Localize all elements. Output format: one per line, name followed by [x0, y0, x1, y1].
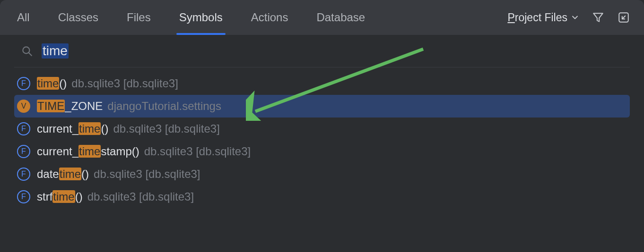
result-text: time() db.sqlite3 [db.sqlite3]: [37, 77, 178, 90]
search-header: All Classes Files Symbols Actions Databa…: [0, 0, 644, 35]
result-text: current_time() db.sqlite3 [db.sqlite3]: [37, 122, 220, 135]
list-item[interactable]: V TIME_ZONE djangoTutorial.settings: [14, 95, 630, 118]
variable-icon: V: [17, 100, 30, 113]
tabs: All Classes Files Symbols Actions Databa…: [14, 0, 368, 35]
function-icon: F: [17, 145, 30, 158]
tab-symbols[interactable]: Symbols: [176, 0, 226, 35]
scope-label: roject Files: [515, 11, 567, 24]
list-item[interactable]: F current_time() db.sqlite3 [db.sqlite3]: [14, 118, 630, 140]
tab-actions[interactable]: Actions: [248, 0, 291, 35]
list-item[interactable]: F strftime() db.sqlite3 [db.sqlite3]: [14, 185, 630, 208]
results-list: F time() db.sqlite3 [db.sqlite3] V TIME_…: [0, 72, 644, 208]
header-actions: Project Files: [507, 11, 630, 24]
svg-line-2: [29, 53, 32, 56]
function-icon: F: [17, 77, 30, 90]
scope-mnemonic: P: [507, 11, 514, 24]
result-text: current_timestamp() db.sqlite3 [db.sqlit…: [37, 145, 251, 158]
search-row: time: [0, 35, 644, 67]
chevron-down-icon: [571, 14, 579, 21]
divider: [14, 67, 630, 67]
search-input[interactable]: time: [42, 43, 69, 59]
result-text: strftime() db.sqlite3 [db.sqlite3]: [37, 190, 194, 203]
scope-dropdown[interactable]: Project Files: [507, 11, 579, 24]
list-item[interactable]: F datetime() db.sqlite3 [db.sqlite3]: [14, 163, 630, 185]
list-item[interactable]: F time() db.sqlite3 [db.sqlite3]: [14, 72, 630, 95]
open-in-tool-window-icon[interactable]: [618, 11, 630, 24]
tab-all[interactable]: All: [14, 0, 33, 35]
tab-files[interactable]: Files: [124, 0, 154, 35]
function-icon: F: [17, 122, 30, 135]
function-icon: F: [17, 190, 30, 203]
result-text: datetime() db.sqlite3 [db.sqlite3]: [37, 168, 200, 181]
list-item[interactable]: F current_timestamp() db.sqlite3 [db.sql…: [14, 140, 630, 163]
result-text: TIME_ZONE djangoTutorial.settings: [37, 100, 221, 113]
search-icon: [21, 45, 33, 57]
tab-classes[interactable]: Classes: [55, 0, 101, 35]
tab-database[interactable]: Database: [313, 0, 368, 35]
function-icon: F: [17, 168, 30, 181]
filter-icon[interactable]: [592, 11, 604, 24]
